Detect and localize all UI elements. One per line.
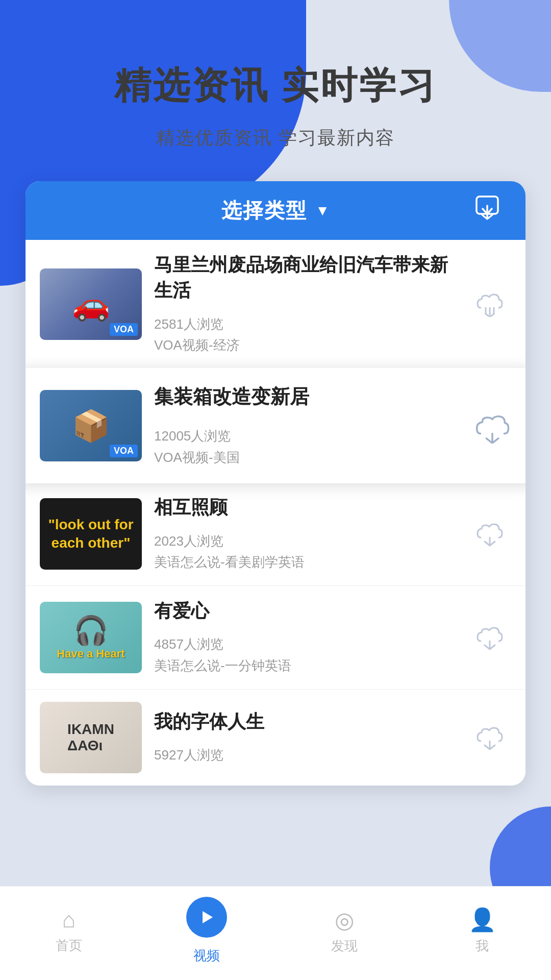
header-title: 精选资讯 实时学习 [31, 61, 520, 110]
view-count: 5927人浏览 [154, 745, 462, 766]
video-meta: 4857人浏览 美语怎么说-一分钟英语 [154, 634, 462, 676]
video-thumbnail: "look out foreach other" [40, 498, 142, 570]
cloud-download-button[interactable] [474, 291, 505, 317]
video-thumbnail: VOA [40, 268, 142, 340]
video-list: VOA 马里兰州废品场商业给旧汽车带来新生活 2581人浏览 VOA视频-经济 [26, 240, 525, 786]
video-meta: 2581人浏览 VOA视频-经济 [154, 314, 462, 356]
video-source: 美语怎么说-看美剧学英语 [154, 552, 462, 573]
video-info: 马里兰州废品场商业给旧汽车带来新生活 2581人浏览 VOA视频-经济 [154, 252, 462, 356]
nav-label-video: 视频 [193, 947, 220, 965]
chevron-down-icon: ▼ [315, 203, 330, 219]
video-item[interactable]: VOA 马里兰州废品场商业给旧汽车带来新生活 2581人浏览 VOA视频-经济 [26, 240, 525, 369]
header-section: 精选资讯 实时学习 精选优质资讯 学习最新内容 [0, 0, 551, 181]
nav-item-discover[interactable]: ◎ 发现 [276, 907, 413, 955]
header-subtitle: 精选优质资讯 学习最新内容 [31, 126, 520, 151]
video-source: 美语怎么说-一分钟英语 [154, 655, 462, 677]
voa-badge: VOA [110, 445, 138, 457]
thumb-content: 🎧 Have a Heart [57, 614, 124, 660]
type-selector[interactable]: 选择类型 ▼ [221, 197, 330, 225]
nav-label-discover: 发现 [331, 937, 358, 955]
thumb-text: Have a Heart [57, 647, 124, 660]
download-all-button[interactable] [474, 195, 500, 226]
video-item-highlighted[interactable]: VOA 集装箱改造变新居 12005人浏览 VOA视频-美国 [26, 368, 525, 483]
nav-item-home[interactable]: ⌂ 首页 [0, 907, 138, 954]
video-title: 相互照顾 [154, 495, 462, 520]
nav-item-profile[interactable]: 👤 我 [413, 906, 551, 955]
view-count: 12005人浏览 [154, 426, 462, 447]
nav-label-profile: 我 [475, 937, 489, 955]
video-item[interactable]: IKAMNΔΑΘι 我的字体人生 5927人浏览 [26, 690, 525, 786]
heart-face: 🎧 [57, 614, 124, 647]
svg-marker-1 [203, 911, 213, 923]
video-info: 集装箱改造变新居 12005人浏览 VOA视频-美国 [154, 383, 462, 468]
download-icon [474, 195, 500, 221]
thumb-text: "look out foreach other" [43, 510, 138, 558]
cloud-download-button[interactable] [474, 521, 505, 547]
view-count: 2023人浏览 [154, 531, 462, 552]
view-count: 2581人浏览 [154, 314, 462, 335]
video-source: VOA视频-美国 [154, 447, 462, 469]
video-info: 相互照顾 2023人浏览 美语怎么说-看美剧学英语 [154, 495, 462, 573]
cloud-download-button[interactable] [474, 625, 505, 650]
type-selector-label: 选择类型 [221, 197, 307, 225]
profile-icon: 👤 [468, 906, 496, 933]
bottom-nav: ⌂ 首页 视频 ◎ 发现 👤 我 [0, 886, 551, 980]
video-play-button[interactable] [186, 897, 227, 938]
video-title: 集装箱改造变新居 [154, 383, 462, 410]
video-meta: 5927人浏览 [154, 745, 462, 766]
video-item[interactable]: "look out foreach other" 相互照顾 2023人浏览 美语… [26, 482, 525, 586]
video-thumbnail: 🎧 Have a Heart [40, 602, 142, 673]
nav-label-home: 首页 [56, 937, 82, 954]
video-title: 我的字体人生 [154, 709, 462, 734]
cloud-download-button[interactable] [474, 725, 505, 750]
play-icon [197, 908, 216, 926]
video-source: VOA视频-经济 [154, 335, 462, 356]
video-title: 有爱心 [154, 598, 462, 624]
view-count: 4857人浏览 [154, 634, 462, 655]
card-header: 选择类型 ▼ [26, 181, 525, 240]
main-card: 选择类型 ▼ VOA 马里兰州废品场商业给旧汽车带来新生活 2581人浏览 VO… [26, 181, 525, 786]
voa-badge: VOA [110, 323, 138, 336]
video-meta: 2023人浏览 美语怎么说-看美剧学英语 [154, 531, 462, 573]
thumb-text: IKAMNΔΑΘι [67, 721, 114, 754]
video-item[interactable]: 🎧 Have a Heart 有爱心 4857人浏览 美语怎么说-一分钟英语 [26, 586, 525, 690]
video-title: 马里兰州废品场商业给旧汽车带来新生活 [154, 252, 462, 304]
video-info: 有爱心 4857人浏览 美语怎么说-一分钟英语 [154, 598, 462, 677]
video-info: 我的字体人生 5927人浏览 [154, 709, 462, 766]
nav-item-video[interactable]: 视频 [138, 897, 276, 965]
discover-icon: ◎ [335, 907, 354, 933]
video-meta: 12005人浏览 VOA视频-美国 [154, 426, 462, 468]
video-thumbnail: IKAMNΔΑΘι [40, 702, 142, 773]
video-thumbnail: VOA [40, 390, 142, 461]
cloud-download-button[interactable] [474, 413, 505, 438]
home-icon: ⌂ [62, 907, 76, 933]
